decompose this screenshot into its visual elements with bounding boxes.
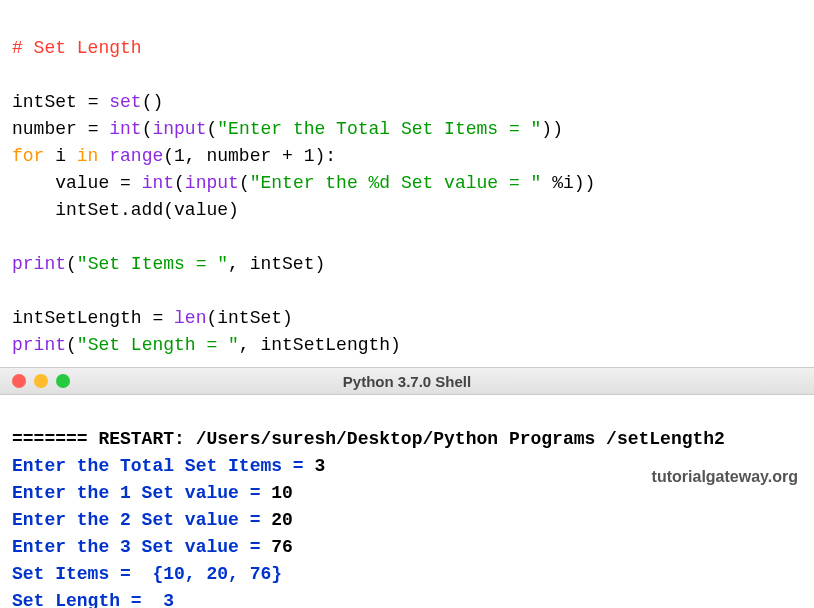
string-literal: "Set Length = " [77, 335, 239, 355]
input-value: 3 [314, 456, 325, 476]
output-label: Set Items = [12, 564, 152, 584]
prompt-text: Enter the 3 Set value = [12, 537, 271, 557]
input-value: 20 [271, 510, 293, 530]
shell-output: ======= RESTART: /Users/suresh/Desktop/P… [0, 395, 814, 608]
watermark: tutorialgateway.org [652, 468, 798, 486]
code-text: number [12, 119, 88, 139]
builtin-len: len [174, 308, 206, 328]
code-text: %i)) [541, 173, 595, 193]
code-text: = [88, 92, 110, 112]
string-literal: "Enter the %d Set value = " [250, 173, 542, 193]
code-text: ( [239, 173, 250, 193]
output-value: {10, 20, 76} [152, 564, 282, 584]
code-text: ( [206, 119, 217, 139]
code-text: value [12, 173, 120, 193]
code-text: = [152, 308, 174, 328]
prompt-text: Enter the Total Set Items = [12, 456, 314, 476]
output-value: 3 [163, 591, 174, 608]
keyword-for: for [12, 146, 44, 166]
builtin-print: print [12, 254, 66, 274]
input-value: 76 [271, 537, 293, 557]
code-text: , intSet) [228, 254, 325, 274]
string-literal: "Set Items = " [77, 254, 228, 274]
code-text: ( [66, 254, 77, 274]
code-text: ( [174, 173, 185, 193]
code-text: intSet.add(value) [12, 200, 239, 220]
output-label: Set Length = [12, 591, 163, 608]
builtin-input: input [185, 173, 239, 193]
builtin-set: set [109, 92, 141, 112]
code-text: () [142, 92, 164, 112]
restart-line: ======= RESTART: /Users/suresh/Desktop/P… [12, 429, 725, 449]
code-text: intSet [12, 92, 88, 112]
code-text: = [88, 119, 110, 139]
keyword-in: in [77, 146, 99, 166]
code-editor: # Set Length intSet = set() number = int… [0, 0, 814, 367]
code-text: ( [142, 119, 153, 139]
builtin-input: input [152, 119, 206, 139]
code-text [98, 146, 109, 166]
code-text: , intSetLength) [239, 335, 401, 355]
builtin-range: range [109, 146, 163, 166]
code-text: intSetLength [12, 308, 152, 328]
prompt-text: Enter the 1 Set value = [12, 483, 271, 503]
builtin-int: int [142, 173, 174, 193]
input-value: 10 [271, 483, 293, 503]
shell-title: Python 3.7.0 Shell [0, 373, 814, 390]
builtin-int: int [109, 119, 141, 139]
code-text: = [120, 173, 142, 193]
builtin-print: print [12, 335, 66, 355]
comment-line: # Set Length [12, 38, 142, 58]
string-literal: "Enter the Total Set Items = " [217, 119, 541, 139]
code-text: )) [541, 119, 563, 139]
shell-titlebar: Python 3.7.0 Shell [0, 367, 814, 395]
code-text: i [44, 146, 76, 166]
code-text: (intSet) [206, 308, 292, 328]
prompt-text: Enter the 2 Set value = [12, 510, 271, 530]
code-text: ( [66, 335, 77, 355]
code-text: (1, number + 1): [163, 146, 336, 166]
